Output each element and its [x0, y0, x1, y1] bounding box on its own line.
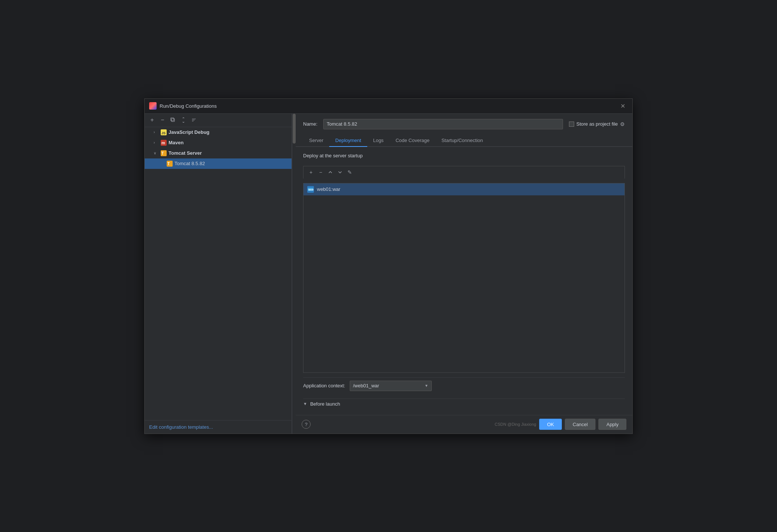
tab-server[interactable]: Server [303, 135, 329, 147]
bottom-bar: ? CSDN @Ding Jiaxiong OK Cancel Apply [296, 415, 632, 434]
remove-config-button[interactable]: − [158, 116, 167, 125]
gear-icon[interactable]: ⚙ [620, 121, 625, 127]
svg-rect-0 [172, 119, 174, 122]
scroll-thumb [293, 114, 296, 144]
before-launch-label: Before launch [310, 401, 340, 407]
deploy-up-button[interactable] [326, 168, 335, 177]
svg-text:WAR: WAR [308, 189, 314, 191]
app-context-label: Application context: [303, 383, 345, 388]
content-area: + − [145, 114, 632, 434]
tree-label-tomcat-instance: Tomcat 8.5.82 [174, 161, 205, 166]
deploy-list: WAR web01:war [303, 183, 625, 373]
store-project-row: Store as project file ⚙ [569, 121, 625, 127]
sort-config-button[interactable] [189, 116, 198, 125]
tree-arrow-maven: › [154, 141, 159, 145]
tree-item-js-debug[interactable]: › JS JavaScript Debug [145, 127, 292, 138]
store-project-checkbox[interactable] [569, 122, 574, 127]
tree-label-maven: Maven [169, 140, 183, 145]
tabs-bar: Server Deployment Logs Code Coverage Sta… [296, 135, 632, 147]
war-artifact-icon: WAR [307, 186, 314, 193]
add-config-button[interactable]: + [148, 116, 157, 125]
close-button[interactable]: ✕ [617, 101, 628, 111]
left-scrollbar[interactable] [292, 114, 296, 434]
tree-item-tomcat-instance[interactable]: T Tomcat 8.5.82 [145, 158, 292, 169]
right-panel: Name: Store as project file ⚙ Server Dep… [296, 114, 632, 434]
app-context-arrow: ▼ [425, 384, 428, 388]
run-debug-dialog: Run/Debug Configurations ✕ + − [144, 98, 633, 434]
tree-arrow-js: › [154, 130, 159, 134]
svg-rect-1 [171, 118, 174, 121]
tab-deployment[interactable]: Deployment [329, 135, 367, 147]
deploy-remove-button[interactable]: − [316, 168, 325, 177]
deploy-down-button[interactable] [336, 168, 345, 177]
svg-text:T: T [161, 151, 164, 155]
tomcat-instance-icon: T [166, 160, 173, 167]
deploy-edit-button[interactable]: ✎ [345, 168, 354, 177]
main-content: Deploy at the server startup + − ✎ [296, 147, 632, 415]
name-row: Name: Store as project file ⚙ [296, 114, 632, 135]
move-config-button[interactable] [179, 116, 188, 125]
app-context-row: Application context: /web01_war ▼ [303, 377, 625, 394]
svg-text:m: m [161, 141, 165, 145]
deploy-item-label: web01:war [317, 186, 340, 192]
edit-config-link[interactable]: Edit configuration templates... [145, 420, 292, 434]
svg-text:JS: JS [161, 131, 166, 135]
tree-item-maven[interactable]: › m Maven [145, 138, 292, 148]
left-panel: + − [145, 114, 292, 434]
before-launch: ▼ Before launch [303, 399, 625, 409]
tree-label-tomcat-server: Tomcat Server [169, 150, 202, 156]
title-bar: Run/Debug Configurations ✕ [145, 99, 632, 114]
app-context-value: /web01_war [353, 383, 379, 388]
app-context-select[interactable]: /web01_war ▼ [350, 381, 432, 391]
deploy-list-item[interactable]: WAR web01:war [303, 183, 625, 195]
dialog-title: Run/Debug Configurations [160, 103, 617, 109]
deploy-add-button[interactable]: + [306, 168, 315, 177]
svg-text:T: T [167, 162, 170, 166]
tree-label-js-debug: JavaScript Debug [169, 129, 210, 135]
left-toolbar: + − [145, 114, 292, 127]
config-tree: › JS JavaScript Debug › m Maven ∨ [145, 127, 292, 420]
deploy-section-title: Deploy at the server startup [303, 153, 625, 158]
watermark: CSDN @Ding Jiaxiong [495, 422, 536, 426]
copy-config-button[interactable] [169, 116, 177, 125]
tree-arrow-tomcat: ∨ [154, 151, 159, 155]
js-icon: JS [160, 129, 167, 136]
deploy-toolbar: + − ✎ [303, 166, 625, 179]
apply-button[interactable]: Apply [598, 419, 626, 430]
tab-startup-connection[interactable]: Startup/Connection [435, 135, 489, 147]
tomcat-server-icon: T [160, 150, 167, 157]
cancel-button[interactable]: Cancel [565, 419, 595, 430]
name-input[interactable] [323, 119, 563, 129]
name-label: Name: [303, 121, 317, 127]
tree-item-tomcat-server[interactable]: ∨ T Tomcat Server [145, 148, 292, 158]
app-icon [149, 102, 157, 110]
ok-button[interactable]: OK [539, 419, 562, 430]
tab-logs[interactable]: Logs [367, 135, 390, 147]
tab-code-coverage[interactable]: Code Coverage [390, 135, 435, 147]
before-launch-arrow[interactable]: ▼ [303, 402, 307, 406]
store-project-label: Store as project file [576, 121, 618, 127]
maven-icon: m [160, 139, 167, 146]
help-button[interactable]: ? [302, 420, 311, 429]
